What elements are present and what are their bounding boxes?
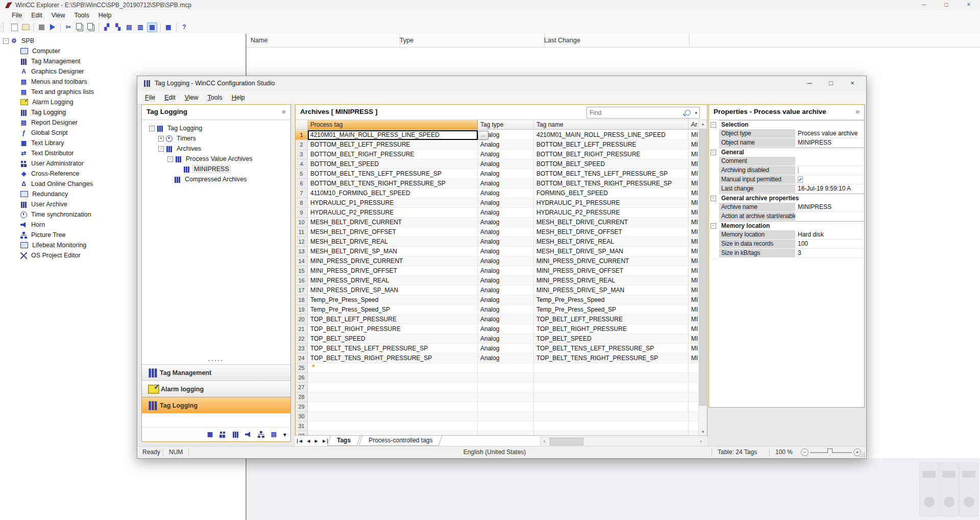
cell-process-tag[interactable]: Temp_Pre_Press_Speed_SP — [308, 305, 478, 315]
cell-empty[interactable] — [534, 392, 689, 402]
table-row[interactable]: 9HYDRAULIC_P2_PRESSUREAnalogHYDRAULIC_P2… — [296, 208, 699, 218]
tree-item[interactable]: -Archives — [142, 144, 290, 154]
tree-item[interactable]: Tag Management — [0, 56, 246, 66]
cell-empty[interactable] — [308, 412, 478, 421]
cell-empty[interactable] — [478, 421, 534, 431]
cell-tag-type[interactable]: Analog — [478, 150, 534, 159]
cell-archive[interactable]: MINIPRESS — [689, 208, 699, 218]
cell-empty[interactable] — [534, 383, 689, 392]
cell-process-tag[interactable]: BOTTOM_BELT_LEFT_PRESSURE — [308, 140, 478, 150]
property-checkbox[interactable]: ✓ — [798, 176, 803, 183]
row-number-cell[interactable]: 26 — [296, 373, 308, 383]
cell-empty[interactable] — [478, 402, 534, 412]
explorer-menu-view[interactable]: View — [47, 12, 70, 19]
new-document-icon[interactable] — [10, 23, 19, 32]
studio-close-button[interactable]: × — [842, 76, 863, 91]
property-checkbox[interactable] — [798, 167, 799, 174]
table-row[interactable]: 25* — [296, 363, 699, 373]
explorer-minimize-button[interactable]: ─ — [913, 0, 935, 10]
row-number-cell[interactable]: 3 — [296, 150, 308, 159]
cell-tag-name[interactable]: TOP_BELT_LEFT_PRESSURE — [534, 315, 689, 324]
cell-process-tag[interactable]: HYDRAULIC_P2_PRESSURE — [308, 208, 478, 218]
tree-expander-icon[interactable]: - — [167, 156, 173, 162]
list-small-icon[interactable]: ▤ — [125, 23, 134, 32]
cell-tag-name[interactable]: TOP_BELT_TENS_RIGHT_PRESSURE_SP — [534, 353, 689, 363]
cell-empty[interactable] — [689, 363, 699, 373]
cell-tag-name[interactable]: TOP_BELT_TENS_LEFT_PRESSURE_SP — [534, 344, 689, 353]
cell-archive[interactable]: MINIPRESS — [689, 130, 699, 140]
cell-tag-type[interactable]: Analog — [478, 169, 534, 179]
cell-archive[interactable]: MINIPRESS — [689, 276, 699, 286]
cell-tag-name[interactable]: FORMING_BELT_SPEED — [534, 188, 689, 198]
table-view-icon[interactable]: ▦ — [207, 431, 213, 438]
paste-icon[interactable] — [86, 23, 95, 32]
cell-empty[interactable] — [308, 383, 478, 392]
table-row[interactable]: 20TOP_BELT_LEFT_PRESSUREAnalogTOP_BELT_L… — [296, 315, 699, 324]
studio-titlebar[interactable]: Tag Logging - WinCC Configuration Studio… — [137, 76, 866, 91]
cell-empty[interactable] — [689, 373, 699, 383]
cell-tag-type[interactable]: Analog — [478, 276, 534, 286]
cell-process-tag[interactable]: MESH_BELT_DRIVE_OFFSET — [308, 227, 478, 237]
table-row[interactable]: 6BOTTOM_BELT_TENS_RIGHT_PRESSURE_SPAnalo… — [296, 179, 699, 188]
user-archive-icon[interactable] — [232, 431, 239, 438]
cell-tag-name[interactable]: MESH_BELT_DRIVE_OFFSET — [534, 227, 689, 237]
cell-tag-type[interactable]: Analog — [478, 227, 534, 237]
tree-expander-icon[interactable]: + — [158, 136, 164, 141]
table-row[interactable]: 4BOTTOM_BELT_SPEEDAnalogBOTTOM_BELT_SPEE… — [296, 159, 699, 169]
tree-item[interactable]: AGraphics Designer — [0, 66, 246, 77]
table-row[interactable]: 21TOP_BELT_RIGHT_PRESSUREAnalogTOP_BELT_… — [296, 324, 699, 334]
row-number-cell[interactable]: 12 — [296, 237, 308, 247]
studio-minimize-button[interactable]: ─ — [799, 76, 820, 91]
cell-archive[interactable]: MINIPRESS — [689, 334, 699, 344]
cell-process-tag[interactable]: 4110M10_FORMING_BELT_SPEED — [308, 188, 478, 198]
text-graphics-lists-icon[interactable]: ▤ — [271, 431, 277, 438]
cell-process-tag[interactable]: BOTTOM_BELT_TENS_LEFT_PRESSURE_SP — [308, 169, 478, 179]
row-number-cell[interactable]: 1 — [296, 130, 308, 140]
cell-empty[interactable] — [534, 363, 689, 373]
cell-archive[interactable]: MINIPRESS — [689, 266, 699, 276]
studio-menu-edit[interactable]: Edit — [160, 94, 180, 101]
cell-tag-name[interactable]: TOP_BELT_RIGHT_PRESSURE — [534, 324, 689, 334]
cell-tag-name[interactable]: BOTTOM_BELT_RIGHT_PRESSURE — [534, 150, 689, 159]
cell-tag-type[interactable]: Analog — [478, 286, 534, 295]
cell-tag-name[interactable]: BOTTOM_BELT_TENS_RIGHT_PRESSURE_SP — [534, 179, 689, 188]
cell-process-tag[interactable]: TOP_BELT_SPEED — [308, 334, 478, 344]
cell-tag-name[interactable]: MINI_PRESS_DRIVE_REAL — [534, 276, 689, 286]
row-number-cell[interactable]: 4 — [296, 159, 308, 169]
cell-tag-name[interactable]: MESH_BELT_DRIVE_CURRENT — [534, 218, 689, 227]
cell-archive[interactable]: MINIPRESS — [689, 150, 699, 159]
cell-archive[interactable]: MINIPRESS — [689, 353, 699, 363]
cell-empty[interactable] — [478, 392, 534, 402]
row-number-cell[interactable]: 21 — [296, 324, 308, 334]
cell-tag-name[interactable]: BOTTOM_BELT_TENS_LEFT_PRESSURE_SP — [534, 169, 689, 179]
cell-archive[interactable]: MINIPRESS — [689, 295, 699, 305]
cell-empty[interactable] — [534, 402, 689, 412]
cell-empty[interactable] — [478, 383, 534, 392]
previous-record-button[interactable]: ◀ — [305, 439, 312, 443]
row-number-cell[interactable]: 11 — [296, 227, 308, 237]
cell-tag-name[interactable]: MINI_PRESS_DRIVE_SP_MAN — [534, 286, 689, 295]
cell-archive[interactable]: MINIPRESS — [689, 247, 699, 256]
cell-empty[interactable] — [308, 402, 478, 412]
library-icon[interactable]: ▩ — [164, 23, 173, 32]
table-row[interactable]: 30 — [296, 412, 699, 421]
stop-icon[interactable] — [37, 23, 46, 32]
activate-icon[interactable] — [48, 23, 57, 32]
expand-panel-icon[interactable]: » — [855, 107, 860, 115]
tree-item[interactable]: MINIPRESS — [142, 164, 290, 174]
cell-tag-name[interactable]: BOTTOM_BELT_SPEED — [534, 159, 689, 169]
cell-tag-type[interactable]: Analog — [478, 218, 534, 227]
row-number-cell[interactable]: 20 — [296, 315, 308, 324]
row-number-cell[interactable]: 31 — [296, 421, 308, 431]
tree-item[interactable]: -Tag Logging — [142, 123, 290, 133]
table-row[interactable]: 23TOP_BELT_TENS_LEFT_PRESSURE_SPAnalogTO… — [296, 344, 699, 353]
cell-tag-type[interactable]: Analog — [478, 179, 534, 188]
cell-empty[interactable] — [308, 392, 478, 402]
row-number-cell[interactable]: 8 — [296, 198, 308, 208]
cell-tag-type[interactable]: Analog — [478, 237, 534, 247]
explorer-close-button[interactable]: × — [958, 0, 980, 10]
property-value[interactable] — [796, 166, 864, 175]
cell-process-tag[interactable]: HYDRAULIC_P1_PRESSURE — [308, 198, 478, 208]
last-record-button[interactable]: ▶ — [321, 439, 328, 443]
cell-empty[interactable] — [689, 421, 699, 431]
